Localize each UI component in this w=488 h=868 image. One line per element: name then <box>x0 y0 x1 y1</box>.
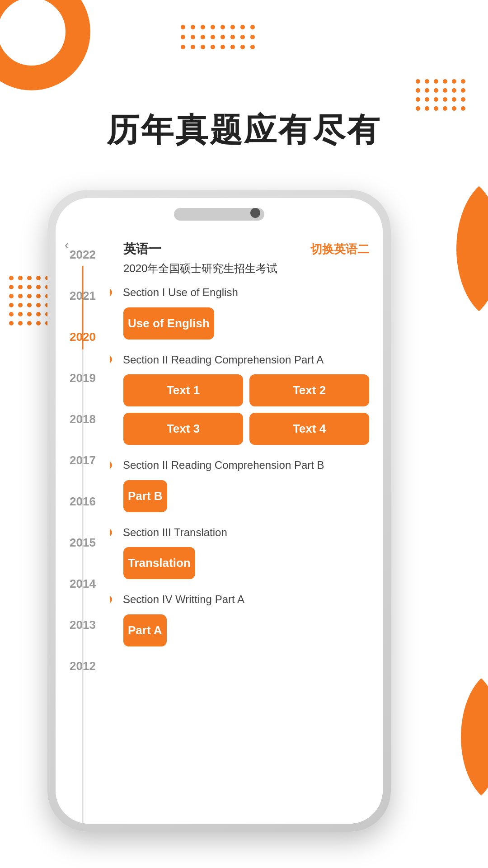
section3-buttons: Translation <box>123 547 369 579</box>
section2a-buttons: Text 1 Text 2 Text 3 Text 4 <box>123 374 369 445</box>
section2a-title: Section II Reading Comprehension Part A <box>123 352 324 368</box>
year-2014[interactable]: 2014 <box>70 577 96 591</box>
section1-header: Section I Use of English <box>123 285 369 300</box>
section4-buttons: Part A <box>123 614 369 646</box>
year-2019[interactable]: 2019 <box>70 371 96 385</box>
exam-year-title: 2020年全国硕士研究生招生考试 <box>123 261 369 276</box>
year-2013[interactable]: 2013 <box>70 618 96 632</box>
content-header: 英语一 切换英语二 <box>123 241 369 258</box>
screen-content: ‹ 2022 2021 2020 2019 2018 2017 2016 201… <box>56 230 383 824</box>
text2-button[interactable]: Text 2 <box>249 374 369 406</box>
decorative-arc-right-lower <box>420 669 488 805</box>
back-button[interactable]: ‹ <box>65 238 69 252</box>
section3-dot <box>110 528 112 537</box>
section3-header: Section III Translation <box>123 525 369 540</box>
section-reading-part-a: Section II Reading Comprehension Part A … <box>123 352 369 445</box>
timeline-sidebar: ‹ 2022 2021 2020 2019 2018 2017 2016 201… <box>56 230 110 824</box>
section1-title: Section I Use of English <box>123 285 238 300</box>
section2b-dot <box>110 461 112 469</box>
phone-screen: ‹ 2022 2021 2020 2019 2018 2017 2016 201… <box>56 198 383 824</box>
year-2016[interactable]: 2016 <box>70 495 96 509</box>
section4-title: Section IV Writting Part A <box>123 592 244 607</box>
switch-subject-button[interactable]: 切换英语二 <box>310 241 369 257</box>
section-translation: Section III Translation Translation <box>123 525 369 580</box>
section-reading-part-b: Section II Reading Comprehension Part B … <box>123 458 369 512</box>
part-b-button[interactable]: Part B <box>123 480 167 512</box>
decorative-dots-left-mid <box>9 276 50 326</box>
year-2015[interactable]: 2015 <box>70 536 96 550</box>
section2b-header: Section II Reading Comprehension Part B <box>123 458 369 473</box>
decorative-arc-right-upper <box>411 176 488 321</box>
use-of-english-button[interactable]: Use of English <box>123 307 214 340</box>
decorative-circle-top-left <box>0 0 90 90</box>
year-2020[interactable]: 2020 <box>70 330 96 344</box>
text1-button[interactable]: Text 1 <box>123 374 243 406</box>
decorative-dots-top-center <box>181 25 255 49</box>
phone-mockup: ‹ 2022 2021 2020 2019 2018 2017 2016 201… <box>47 190 391 832</box>
part-a-button[interactable]: Part A <box>123 614 167 646</box>
text3-button[interactable]: Text 3 <box>123 413 243 445</box>
year-2021[interactable]: 2021 <box>70 289 96 303</box>
phone-camera <box>250 208 260 218</box>
section2a-header: Section II Reading Comprehension Part A <box>123 352 369 368</box>
section-writing-part-a: Section IV Writting Part A Part A <box>123 592 369 646</box>
section3-title: Section III Translation <box>123 525 227 540</box>
section1-buttons: Use of English <box>123 307 369 340</box>
year-2018[interactable]: 2018 <box>70 412 96 426</box>
year-2017[interactable]: 2017 <box>70 453 96 467</box>
phone-outer-shell: ‹ 2022 2021 2020 2019 2018 2017 2016 201… <box>47 190 391 832</box>
section4-dot <box>110 595 112 604</box>
text4-button[interactable]: Text 4 <box>249 413 369 445</box>
section1-dot <box>110 288 112 297</box>
decorative-dots-top-right <box>416 79 465 111</box>
section2b-buttons: Part B <box>123 480 369 512</box>
section4-header: Section IV Writting Part A <box>123 592 369 607</box>
section-use-of-english: Section I Use of English Use of English <box>123 285 369 340</box>
section2a-dot <box>110 355 112 363</box>
section2b-title: Section II Reading Comprehension Part B <box>123 458 324 473</box>
content-panel: 英语一 切换英语二 2020年全国硕士研究生招生考试 Section I Use… <box>110 230 383 824</box>
page-title: 历年真题应有尽有 <box>36 108 452 152</box>
subject-label: 英语一 <box>123 241 161 258</box>
year-2012[interactable]: 2012 <box>70 659 96 673</box>
year-2022[interactable]: 2022 <box>70 248 96 262</box>
translation-button[interactable]: Translation <box>123 547 195 579</box>
